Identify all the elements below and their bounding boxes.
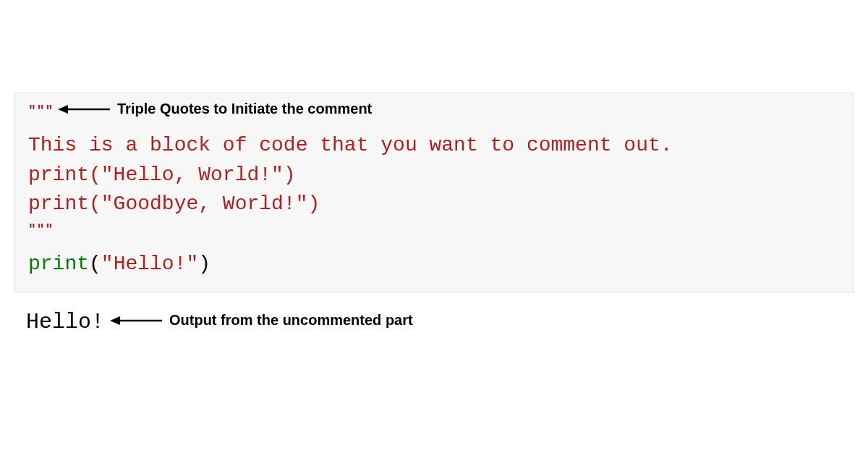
code-block-container: """ This is a block of code that you wan… bbox=[14, 93, 854, 292]
annotation-top: Triple Quotes to Initiate the comment bbox=[58, 101, 372, 117]
comment-line-1: This is a block of code that you want to… bbox=[28, 131, 840, 161]
string-literal: "Hello!" bbox=[101, 253, 198, 275]
annotation-bottom: Output from the uncommented part bbox=[110, 312, 413, 329]
triple-quote-open: """ bbox=[28, 104, 54, 118]
output-text: Hello! bbox=[26, 310, 104, 334]
arrow-left-icon bbox=[58, 103, 111, 116]
close-paren: ) bbox=[198, 253, 210, 275]
active-print-line: print("Hello!") bbox=[28, 250, 840, 279]
comment-line-print-goodbye: print("Goodbye, World!") bbox=[28, 190, 840, 219]
arrow-left-icon bbox=[110, 314, 163, 327]
comment-line-print-hello: print("Hello, World!") bbox=[28, 161, 840, 190]
annotation-bottom-label: Output from the uncommented part bbox=[169, 312, 413, 329]
open-paren: ( bbox=[89, 253, 101, 275]
output-block: Hello! bbox=[26, 310, 104, 334]
triple-quote-close: """ bbox=[28, 222, 840, 237]
svg-marker-3 bbox=[110, 316, 120, 325]
annotation-top-label: Triple Quotes to Initiate the comment bbox=[117, 101, 372, 117]
print-function-name: print bbox=[28, 253, 89, 275]
svg-marker-1 bbox=[58, 105, 68, 114]
